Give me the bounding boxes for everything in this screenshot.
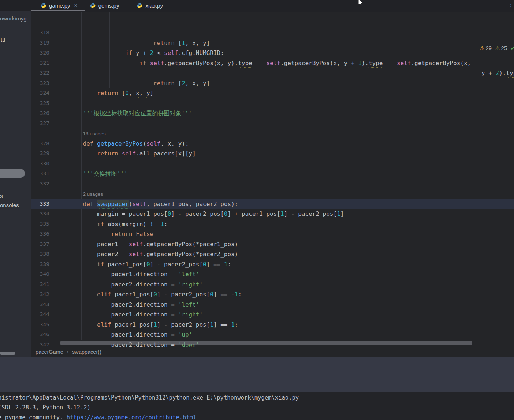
breadcrumb-separator: ›	[67, 349, 68, 355]
line-number	[31, 128, 51, 139]
code-line: 340 pacer1.direction = 'left'	[31, 269, 514, 280]
code-text: if pacer1_pos[0] - pacer2_pos[0] == 1:	[51, 259, 231, 270]
line-number: 337	[31, 239, 51, 250]
line-number	[31, 189, 51, 199]
line-number: 331	[31, 169, 51, 179]
usages-hint[interactable]: 2 usages	[83, 191, 103, 197]
code-text: pacer2.direction = 'right'	[51, 280, 203, 290]
line-number: 346	[31, 330, 51, 340]
line-number: 334	[31, 209, 51, 219]
line-number: 336	[31, 229, 51, 239]
line-number: 345	[31, 320, 51, 330]
line-number: 321	[31, 58, 51, 68]
usages-hint[interactable]: 18 usages	[83, 131, 106, 136]
code-line: 341 pacer2.direction = 'right'	[31, 280, 514, 290]
code-text: pacer1.direction = 'up'	[51, 330, 192, 340]
run-panel-header-area	[0, 357, 514, 392]
inlay-hint-row: 2 usages	[31, 189, 514, 199]
code-line: 338 pacer2 = self.getpacerByPos(*pacer2_…	[31, 249, 514, 259]
horizontal-scrollbar[interactable]	[60, 341, 472, 345]
mouse-cursor	[358, 0, 364, 7]
tab-label: gems.py	[98, 3, 119, 9]
inspections-widget[interactable]: ⚠29 ⚠25 ✔13 ⌃	[480, 44, 514, 52]
console-text: e pygame community.	[0, 414, 67, 420]
line-number: 322	[31, 68, 51, 78]
console-text: (SDL 2.28.3, Python 3.12.2)	[0, 404, 90, 411]
sidebar-item-partial[interactable]: s	[0, 193, 3, 199]
line-number: 343	[31, 300, 51, 310]
code-text: if abs(margin) != 1:	[51, 219, 168, 229]
line-number: 320	[31, 48, 51, 58]
breadcrumb: pacerGame › swappacer()	[31, 347, 514, 357]
code-line: 327	[31, 119, 514, 129]
line-number: 318	[31, 28, 51, 38]
line-number: 342	[31, 289, 51, 300]
line-number: 341	[31, 280, 51, 290]
code-line: 318	[31, 28, 514, 38]
breadcrumb-class[interactable]: pacerGame	[36, 349, 63, 355]
code-line: 326 '''根据坐标获取对应位置的拼图对象'''	[31, 108, 514, 119]
code-text	[51, 119, 69, 129]
line-number: 338	[31, 249, 51, 259]
code-text: '''交换拼图'''	[51, 169, 127, 179]
line-number: 329	[31, 149, 51, 159]
tab-xiao-py[interactable]: xiao.py	[133, 0, 167, 11]
code-line: 336 return False	[31, 229, 514, 239]
sidebar-item-consoles[interactable]: onsoles	[0, 202, 19, 208]
sidebar-scrollbar[interactable]	[0, 169, 25, 178]
code-editor[interactable]: 318319 return [1, x, y]320 if y + 2 < se…	[31, 12, 514, 347]
code-text	[51, 159, 69, 169]
code-text: '''根据坐标获取对应位置的拼图对象'''	[51, 108, 192, 119]
line-number: 340	[31, 269, 51, 280]
code-text: pacer1 = self.getpacerByPos(*pacer1_pos)	[51, 239, 238, 250]
code-text	[51, 179, 69, 189]
code-text: return self.all_pacers[x][y]	[51, 149, 196, 159]
code-text: return [0, x, y]	[51, 88, 153, 98]
code-line: 343 pacer2.direction = 'left'	[31, 300, 514, 310]
tab-game-py[interactable]: game.py ×	[37, 0, 81, 11]
line-number: 328	[31, 139, 51, 149]
checkmark-icon: ✔13	[510, 45, 514, 52]
code-line: 342 elif pacer1_pos[0] - pacer2_pos[0] =…	[31, 289, 514, 300]
code-line: 328 def getpacerByPos(self, x, y):	[31, 139, 514, 149]
code-line: 323 return [2, x, y]	[31, 78, 514, 89]
sidebar-hscrollbar[interactable]	[0, 352, 15, 355]
line-number: 344	[31, 310, 51, 320]
python-file-icon	[90, 3, 96, 9]
code-line: 337 pacer1 = self.getpacerByPos(*pacer1_…	[31, 239, 514, 250]
sidebar-item-ttf[interactable]: ttf	[1, 37, 5, 43]
line-number: 330	[31, 159, 51, 169]
line-number: 333	[31, 199, 51, 209]
line-number: 335	[31, 219, 51, 229]
code-line: 324 return [0, x, y]	[31, 88, 514, 98]
line-number: 332	[31, 179, 51, 189]
code-line: 325	[31, 98, 514, 109]
console-line: e pygame community. https://www.pygame.o…	[0, 413, 196, 420]
tab-gems-py[interactable]: gems.py	[86, 0, 123, 11]
breadcrumb-method[interactable]: swappacer()	[72, 349, 101, 355]
console-link[interactable]: https://www.pygame.org/contribute.html	[67, 414, 197, 420]
code-text: pacer1.direction = 'right'	[51, 310, 203, 320]
code-text: elif pacer1_pos[1] - pacer2_pos[1] == 1:	[51, 320, 238, 330]
code-text: return [1, x, y]	[51, 38, 210, 48]
code-line: 331 '''交换拼图'''	[31, 169, 514, 179]
tab-close-icon[interactable]: ×	[74, 3, 77, 8]
tab-label: xiao.py	[145, 3, 163, 9]
code-text: elif pacer1_pos[0] - pacer2_pos[0] == -1…	[51, 289, 242, 300]
code-text: pacer2.direction = 'left'	[51, 300, 199, 310]
code-text: return [2, x, y]	[51, 78, 210, 89]
editor-tab-bar: game.py × gems.py xiao.py	[0, 0, 514, 11]
line-number: 347	[31, 340, 51, 347]
warning-icon: ⚠29	[480, 45, 492, 52]
code-line: 345 elif pacer1_pos[1] - pacer2_pos[1] =…	[31, 320, 514, 330]
window-options-kebab-icon[interactable]: ⋮	[508, 1, 514, 8]
left-panel: nwork\myg ttf s onsoles	[0, 11, 31, 357]
weak-warning-count: 25	[501, 45, 507, 51]
code-line: 320 if y + 2 < self.cfg.NUMGRID:	[31, 48, 514, 58]
code-text: y + 2).type	[51, 68, 514, 78]
code-line: 322 y + 2).type	[31, 68, 514, 78]
code-line: 332	[31, 179, 514, 189]
console-line: nistrator\AppData\Local\Programs\Python\…	[0, 393, 299, 403]
run-console[interactable]: nistrator\AppData\Local\Programs\Python\…	[0, 392, 514, 420]
code-text	[51, 98, 69, 109]
